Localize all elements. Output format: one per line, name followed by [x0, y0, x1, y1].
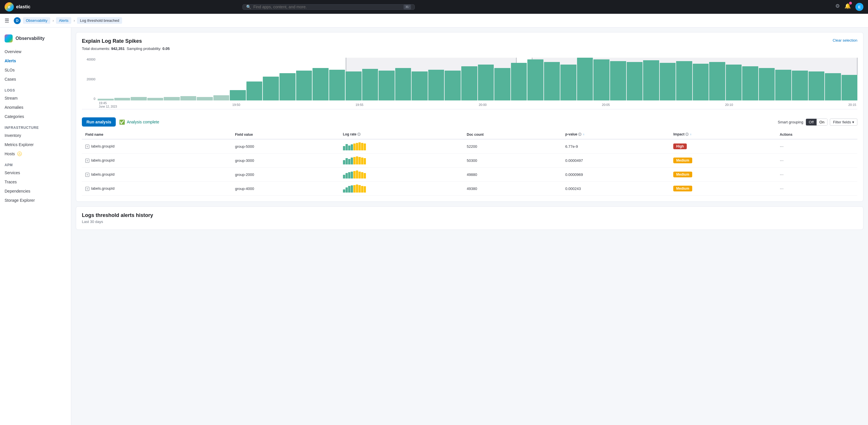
sidebar-item-dependencies[interactable]: Dependencies — [0, 187, 71, 196]
mini-bar — [353, 171, 355, 178]
sidebar-item-label: Categories — [5, 114, 24, 119]
cell-log-rate — [340, 168, 463, 182]
toggle-on-button[interactable]: On — [816, 119, 827, 125]
chart-bar — [345, 71, 362, 100]
sidebar-item-alerts[interactable]: Alerts — [0, 56, 71, 65]
chart-bar — [197, 97, 213, 100]
actions-menu-button[interactable]: ⋯ — [780, 187, 784, 191]
mini-chart — [343, 170, 366, 178]
elastic-logo-text: elastic — [16, 4, 30, 9]
chart-bar — [577, 58, 593, 100]
breadcrumb-observability[interactable]: Observability — [23, 17, 50, 24]
sidebar-item-cases[interactable]: Cases — [0, 75, 71, 84]
elastic-logo[interactable]: e elastic — [5, 2, 30, 11]
chevron-down-icon: ▾ — [852, 120, 854, 124]
cell-doc-count: 52200 — [463, 139, 562, 154]
p-value-sort-icon[interactable]: ↑ — [583, 133, 585, 136]
breadcrumb-alerts[interactable]: Alerts — [56, 17, 71, 24]
chart-bar — [296, 71, 312, 100]
mini-bar — [353, 143, 355, 151]
top-navigation: e elastic 🔍 ⌘/ ⚙ 🔔 E — [0, 0, 868, 14]
notifications-icon[interactable]: 🔔 — [844, 3, 851, 11]
toggle-off-button[interactable]: Off — [806, 119, 816, 125]
sidebar-item-overview[interactable]: Overview — [0, 47, 71, 56]
cell-p-value: 0.0000497 — [562, 154, 670, 168]
chart-bar — [775, 70, 791, 100]
sidebar-item-slos[interactable]: SLOs — [0, 65, 71, 75]
impact-badge: Medium — [673, 186, 692, 191]
run-analysis-button[interactable]: Run analysis — [82, 118, 116, 127]
actions-menu-button[interactable]: ⋯ — [780, 158, 784, 163]
search-bar[interactable]: 🔍 ⌘/ — [242, 4, 415, 10]
chart-bar — [660, 63, 676, 100]
cell-actions[interactable]: ⋯ — [776, 168, 857, 182]
sidebar-item-metrics-explorer[interactable]: Metrics Explorer — [0, 140, 71, 149]
user-avatar[interactable]: E — [855, 3, 863, 11]
p-value-info-icon: ⓘ — [578, 133, 581, 136]
mini-bar — [361, 186, 363, 193]
cell-actions[interactable]: ⋯ — [776, 139, 857, 154]
chart-bar — [809, 71, 825, 100]
filter-fields-button[interactable]: Filter fields ▾ — [830, 119, 857, 126]
sidebar-item-inventory[interactable]: Inventory — [0, 131, 71, 140]
sampling-probability: 0.05 — [162, 46, 169, 51]
mini-bar — [361, 172, 363, 178]
field-type-icon: ≡ — [85, 144, 89, 149]
x-label-1945: 19:45 June 12, 2023 — [99, 101, 117, 108]
chart-bar — [709, 62, 725, 100]
sidebar-item-label: Hosts — [5, 152, 15, 156]
sidebar-item-label: Inventory — [5, 133, 21, 138]
col-impact: Impact ⓘ ↑ — [670, 130, 776, 139]
chart-bar — [676, 61, 692, 100]
cell-actions[interactable]: ⋯ — [776, 182, 857, 196]
sidebar-item-storage-explorer[interactable]: Storage Explorer — [0, 196, 71, 205]
sidebar-item-anomalies[interactable]: Anomalies — [0, 103, 71, 112]
chart-bar — [792, 71, 808, 100]
chart-bar — [593, 59, 610, 100]
cell-field-value: group-3000 — [231, 154, 339, 168]
breadcrumb-bar: ☰ D Observability › Alerts › Log thresho… — [0, 14, 868, 28]
x-label-1950: 19:50 — [232, 103, 240, 106]
mini-bar — [348, 172, 350, 178]
search-input[interactable] — [253, 5, 401, 9]
cell-field-value: group-5000 — [231, 139, 339, 154]
warning-icon: ⚠ — [17, 152, 22, 156]
mini-bar — [348, 186, 350, 193]
mini-bar — [348, 159, 350, 164]
analysis-complete-indicator: ✅ Analysis complete — [119, 119, 159, 125]
chart-bar — [147, 98, 163, 100]
mini-bar — [351, 185, 353, 193]
chart-bar — [627, 62, 643, 100]
impact-sort-icon[interactable]: ↑ — [690, 133, 692, 136]
actions-menu-button[interactable]: ⋯ — [780, 144, 784, 149]
sidebar-item-label: Dependencies — [5, 189, 30, 193]
sidebar-item-traces[interactable]: Traces — [0, 177, 71, 187]
chart-bar — [527, 59, 544, 100]
sidebar-item-services[interactable]: Services — [0, 168, 71, 177]
cell-doc-count: 49880 — [463, 168, 562, 182]
field-type-icon: ≡ — [85, 187, 89, 191]
mini-bar — [359, 157, 361, 164]
chart-bar — [544, 62, 560, 100]
hamburger-menu[interactable]: ☰ — [5, 18, 9, 24]
actions-menu-button[interactable]: ⋯ — [780, 172, 784, 177]
chart-bar — [842, 75, 857, 100]
cell-doc-count: 49380 — [463, 182, 562, 196]
sidebar-item-categories[interactable]: Categories — [0, 112, 71, 121]
chart-bar — [610, 61, 626, 100]
table-row: ≡labels.groupIdgroup-3000503000.0000497M… — [82, 154, 857, 168]
clear-selection-button[interactable]: Clear selection — [833, 38, 857, 42]
mini-bar — [351, 158, 353, 164]
breadcrumb-current: Log threshold breached — [77, 17, 122, 24]
mini-bar — [345, 158, 348, 164]
settings-icon[interactable]: ⚙ — [835, 3, 840, 11]
x-label-1955: 19:55 — [355, 103, 364, 106]
sidebar-item-label: SLOs — [5, 68, 14, 72]
sidebar-item-hosts[interactable]: Hosts ⚠ — [0, 149, 71, 158]
cell-actions[interactable]: ⋯ — [776, 154, 857, 168]
chart-bar — [693, 64, 709, 100]
mini-bar — [359, 142, 361, 151]
sidebar-item-stream[interactable]: Stream — [0, 94, 71, 103]
mini-bar — [345, 144, 348, 151]
col-doc-count: Doc count — [463, 130, 562, 139]
